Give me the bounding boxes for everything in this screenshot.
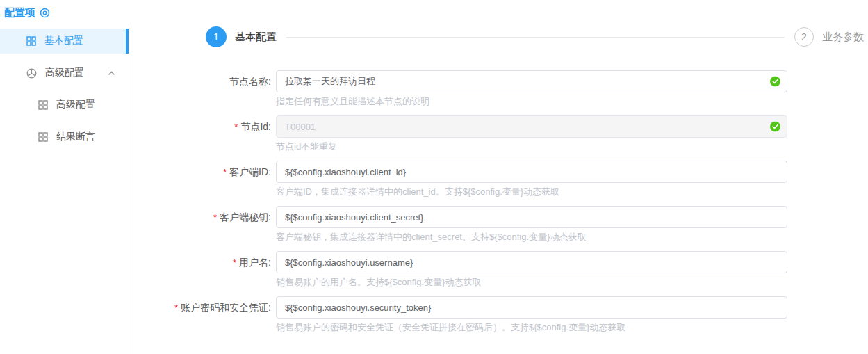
field-label: *节点Id: [129,115,271,152]
node-name-input[interactable] [276,70,787,92]
sidebar-item-basic-config[interactable]: 基本配置 [0,29,129,54]
config-sidebar: 配置项 基本配置 高级配置 高级配置 结果断言 [0,0,129,354]
step-business-params: 2 业务参数 [794,27,864,47]
main-panel: 1 基本配置 2 业务参数 节点名称: 指定任何有意义且能描述本节点的说明 *节… [129,0,868,341]
step-connector-line [286,37,785,38]
required-asterisk: * [174,303,178,313]
target-icon [40,8,50,18]
client-id-input[interactable] [276,161,787,183]
field-help-text: 销售易账户的密码和安全凭证（安全凭证拼接在密码后）。支持${$config.变量… [276,323,787,332]
required-asterisk: * [233,257,236,268]
form-row-username: *用户名: 销售易账户的用户名。支持${$config.变量}动态获取 [129,251,868,287]
client-secret-input[interactable] [276,206,787,228]
step-2-title: 业务参数 [822,31,864,44]
grid-icon [26,36,36,46]
node-id-input [276,115,787,138]
sidebar-nav: 基本配置 高级配置 高级配置 结果断言 [0,24,129,354]
grid-icon [38,132,48,142]
steps-bar: 1 基本配置 2 业务参数 [206,26,864,47]
field-help-text: 指定任何有意义且能描述本节点的说明 [276,97,787,106]
form-row-client-secret: *客户端秘钥: 客户端秘钥，集成连接器详情中的client_secret。支持$… [129,206,868,242]
field-help-text: 销售易账户的用户名。支持${$config.变量}动态获取 [276,277,787,287]
step-2-circle: 2 [794,27,814,47]
field-help-text: 客户端秘钥，集成连接器详情中的client_secret。支持${$config… [276,232,787,242]
sidebar-title-label: 配置项 [4,6,35,19]
field-label: *客户端秘钥: [129,206,271,242]
field-label: *客户端ID: [129,161,271,197]
sidebar-item-result-assertion[interactable]: 结果断言 [0,124,129,150]
cube-icon [26,68,37,79]
required-asterisk: * [223,167,227,177]
basic-config-form: 节点名称: 指定任何有意义且能描述本节点的说明 *节点Id: 节点id不能重复 … [129,70,868,332]
sidebar-item-advanced-config[interactable]: 高级配置 [0,61,129,86]
grid-icon [38,100,48,110]
required-asterisk: * [213,212,217,223]
form-row-node-id: *节点Id: 节点id不能重复 [129,115,868,152]
form-row-node-name: 节点名称: 指定任何有意义且能描述本节点的说明 [129,70,868,106]
security-token-input[interactable] [276,296,787,319]
field-help-text: 客户端ID，集成连接器详情中的client_id。支持${$config.变量}… [276,187,787,197]
check-circle-icon [770,77,780,87]
form-row-client-id: *客户端ID: 客户端ID，集成连接器详情中的client_id。支持${$co… [129,161,868,197]
check-circle-icon [770,122,780,132]
field-label: *账户密码和安全凭证: [129,296,271,332]
chevron-up-icon[interactable] [108,71,115,75]
field-label: *用户名: [129,251,271,287]
step-basic-config: 1 基本配置 [206,26,277,47]
sidebar-title: 配置项 [0,0,129,24]
step-1-title: 基本配置 [235,31,277,44]
required-asterisk: * [234,122,238,132]
form-row-security-token: *账户密码和安全凭证: 销售易账户的密码和安全凭证（安全凭证拼接在密码后）。支持… [129,296,868,332]
sidebar-item-advanced-config-sub[interactable]: 高级配置 [0,92,129,118]
username-input[interactable] [276,251,787,273]
field-help-text: 节点id不能重复 [276,142,787,152]
field-label: 节点名称: [129,70,271,106]
step-1-circle: 1 [206,26,227,47]
